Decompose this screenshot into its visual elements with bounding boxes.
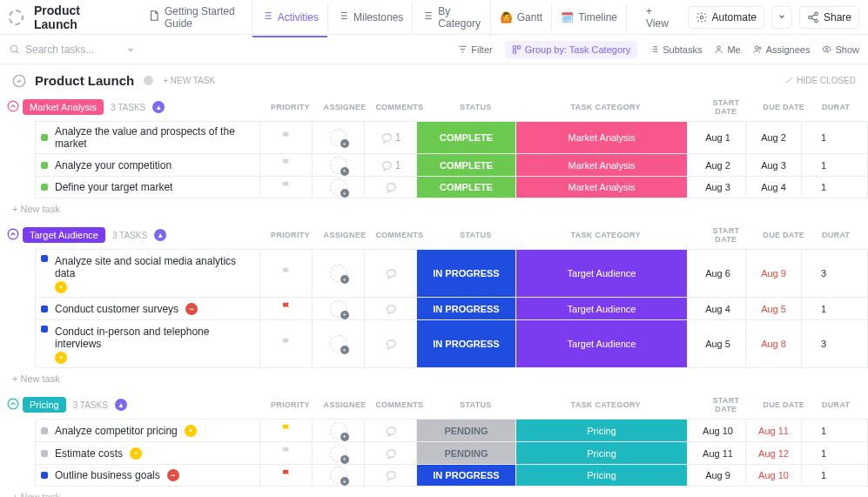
task-row[interactable]: Conduct customer surveys−IN PROGRESSTarg… <box>35 297 868 319</box>
priority-flag-icon[interactable] <box>280 337 293 352</box>
view-tab-getting-started-guide[interactable]: Getting Started Guide <box>139 0 252 37</box>
filter-button[interactable]: Filter <box>458 44 492 55</box>
task-name-cell[interactable]: Estimate costs• <box>36 442 260 464</box>
col-duration[interactable]: DURAT <box>816 103 856 111</box>
duration-cell[interactable]: 1 <box>802 177 845 198</box>
status-cell[interactable]: IN PROGRESS <box>417 298 516 319</box>
priority-cell[interactable] <box>260 122 313 153</box>
col-category[interactable]: TASK CATEGORY <box>528 103 683 111</box>
assignee-cell[interactable] <box>313 298 365 319</box>
task-row[interactable]: Analyze the value and prospects of the m… <box>35 121 868 153</box>
comments-indicator[interactable] <box>385 447 397 460</box>
comments-cell[interactable] <box>365 465 417 486</box>
assignee-cell[interactable] <box>313 320 365 367</box>
automate-button[interactable]: Automate <box>688 6 764 29</box>
priority-flag-icon[interactable] <box>280 446 293 460</box>
view-tab-milestones[interactable]: Milestones <box>328 3 413 31</box>
chevron-down-icon[interactable] <box>126 45 135 54</box>
assignee-add[interactable] <box>330 178 347 196</box>
category-cell[interactable]: Market Analysis <box>516 154 687 176</box>
col-status[interactable]: STATUS <box>430 400 521 409</box>
category-cell[interactable]: Target Audience <box>516 250 687 297</box>
task-row[interactable]: Analyze your competition1COMPLETEMarket … <box>35 153 868 176</box>
assignee-add[interactable] <box>330 129 347 146</box>
new-task-row[interactable]: + New task <box>0 368 868 389</box>
task-name-cell[interactable]: Analyze your competition <box>36 154 260 176</box>
start-date-cell[interactable]: Aug 5 <box>690 320 746 367</box>
duration-cell[interactable]: 1 <box>802 420 845 441</box>
start-date-cell[interactable]: Aug 9 <box>690 465 746 486</box>
assignee-cell[interactable] <box>313 122 365 153</box>
task-row[interactable]: Define your target marketCOMPLETEMarket … <box>35 176 868 198</box>
priority-cell[interactable] <box>260 465 313 486</box>
assignee-cell[interactable] <box>313 420 365 441</box>
status-cell[interactable]: PENDING <box>417 442 516 464</box>
col-category[interactable]: TASK CATEGORY <box>528 400 683 409</box>
assignees-button[interactable]: Assignees <box>753 44 811 55</box>
task-row[interactable]: Analyze site and social media analytics … <box>35 249 868 297</box>
task-name-cell[interactable]: Analyze site and social media analytics … <box>36 250 260 297</box>
due-date-cell[interactable]: Aug 4 <box>746 177 802 198</box>
comments-indicator[interactable]: 1 <box>380 159 401 171</box>
assignee-add[interactable] <box>330 157 347 174</box>
show-button[interactable]: Show <box>822 44 859 55</box>
comments-cell[interactable] <box>365 250 417 297</box>
start-date-cell[interactable]: Aug 11 <box>690 442 746 464</box>
subtasks-button[interactable]: Subtasks <box>649 44 702 55</box>
due-date-cell[interactable]: Aug 10 <box>746 465 802 486</box>
start-date-cell[interactable]: Aug 6 <box>690 250 746 297</box>
category-cell[interactable]: Pricing <box>516 465 687 486</box>
view-tab-timeline[interactable]: 🗓️Timeline <box>552 4 627 30</box>
due-date-cell[interactable]: Aug 2 <box>746 122 802 153</box>
assignee-cell[interactable] <box>313 154 365 176</box>
task-row[interactable]: Analyze competitor pricing•PENDINGPricin… <box>35 419 868 441</box>
sort-icon[interactable]: ▲ <box>152 101 165 113</box>
automate-dropdown[interactable] <box>771 6 792 29</box>
start-date-cell[interactable]: Aug 4 <box>690 298 746 319</box>
priority-cell[interactable] <box>260 320 313 367</box>
duration-cell[interactable]: 1 <box>802 465 845 486</box>
task-name-cell[interactable]: Conduct customer surveys− <box>36 298 260 319</box>
comments-indicator[interactable] <box>385 267 397 279</box>
assignee-cell[interactable] <box>313 250 365 297</box>
due-date-cell[interactable]: Aug 8 <box>746 320 802 367</box>
comments-cell[interactable]: 1 <box>365 122 417 153</box>
priority-cell[interactable] <box>260 298 313 319</box>
col-duration[interactable]: DURAT <box>816 400 856 409</box>
due-date-cell[interactable]: Aug 9 <box>746 250 802 297</box>
status-cell[interactable]: IN PROGRESS <box>417 250 516 297</box>
duration-cell[interactable]: 3 <box>802 320 845 367</box>
share-button[interactable]: Share <box>799 6 859 29</box>
priority-cell[interactable] <box>260 442 313 464</box>
view-tab-by-category[interactable]: By Category <box>413 0 490 37</box>
col-category[interactable]: TASK CATEGORY <box>528 231 683 239</box>
duration-cell[interactable]: 1 <box>802 154 845 176</box>
start-date-cell[interactable]: Aug 3 <box>690 177 746 198</box>
category-cell[interactable]: Market Analysis <box>516 122 687 153</box>
new-task-row[interactable]: + New task <box>0 198 868 219</box>
col-status[interactable]: STATUS <box>430 231 521 239</box>
priority-cell[interactable] <box>260 154 313 176</box>
chevron-toggle-icon[interactable] <box>12 74 26 88</box>
comments-cell[interactable] <box>365 442 417 464</box>
priority-flag-icon[interactable] <box>280 131 293 145</box>
priority-cell[interactable] <box>260 420 313 441</box>
group-pill[interactable]: Market Analysis <box>23 99 104 115</box>
category-cell[interactable]: Pricing <box>516 420 687 441</box>
task-row[interactable]: Conduct in-person and telephone intervie… <box>35 319 868 368</box>
category-cell[interactable]: Pricing <box>516 442 687 464</box>
status-cell[interactable]: IN PROGRESS <box>417 320 516 367</box>
due-date-cell[interactable]: Aug 3 <box>746 154 802 176</box>
assignee-cell[interactable] <box>313 465 365 486</box>
collapse-icon[interactable] <box>7 228 19 240</box>
status-cell[interactable]: PENDING <box>417 420 516 441</box>
status-cell[interactable]: COMPLETE <box>417 177 516 198</box>
assignee-add[interactable] <box>330 335 347 353</box>
col-start-date[interactable]: START DATE <box>701 396 751 413</box>
sort-icon[interactable]: ▲ <box>115 399 127 411</box>
col-priority[interactable]: PRIORITY <box>266 400 314 409</box>
status-cell[interactable]: IN PROGRESS <box>417 465 516 486</box>
comments-cell[interactable] <box>365 320 417 367</box>
priority-cell[interactable] <box>260 177 313 198</box>
priority-flag-icon[interactable] <box>280 266 293 281</box>
